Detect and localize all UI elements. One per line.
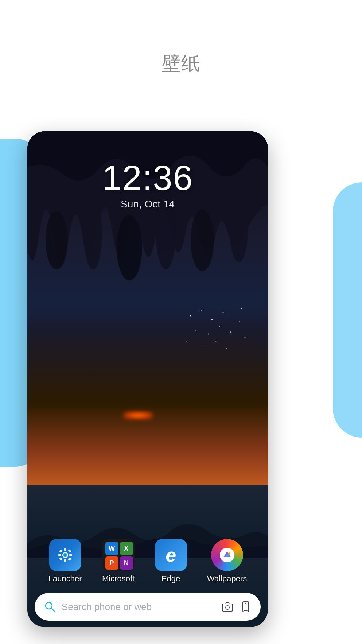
powerpoint-icon: P (105, 556, 118, 570)
svg-point-19 (215, 341, 216, 342)
svg-point-0 (46, 211, 67, 269)
svg-point-38 (226, 606, 229, 609)
svg-rect-28 (59, 549, 63, 553)
svg-point-10 (234, 323, 234, 323)
microsoft-app[interactable]: W X P N Microsoft (102, 539, 135, 583)
svg-rect-25 (64, 559, 66, 562)
excel-icon: X (120, 542, 133, 555)
stars-decoration (183, 305, 249, 357)
svg-point-17 (186, 341, 187, 342)
svg-line-36 (51, 608, 55, 612)
svg-point-20 (226, 348, 227, 349)
wallpapers-inner-circle (220, 548, 234, 562)
svg-point-16 (239, 321, 240, 322)
search-bar[interactable]: Search phone or web (35, 593, 261, 621)
edge-letter: e (166, 544, 176, 566)
svg-point-12 (195, 330, 196, 331)
wallpapers-app[interactable]: Wallpapers (207, 539, 247, 583)
svg-rect-31 (68, 557, 71, 561)
wallpapers-label: Wallpapers (207, 574, 247, 583)
search-icon (43, 600, 57, 613)
svg-point-7 (201, 310, 202, 311)
svg-rect-37 (222, 604, 233, 611)
microsoft-label: Microsoft (102, 574, 135, 583)
svg-point-6 (190, 315, 191, 317)
launcher-app[interactable]: Launcher (48, 539, 82, 583)
svg-rect-26 (58, 554, 61, 556)
microsoft-icon: W X P N (102, 539, 135, 571)
edge-app[interactable]: e Edge (155, 539, 187, 583)
svg-point-4 (191, 209, 214, 271)
svg-point-18 (205, 345, 206, 346)
svg-point-11 (241, 308, 242, 309)
svg-rect-30 (59, 557, 63, 561)
clock-date: Sun, Oct 14 (27, 198, 268, 210)
svg-point-34 (228, 552, 230, 555)
launcher-icon (49, 539, 81, 571)
search-actions (221, 601, 252, 613)
clock-area: 12:36 Sun, Oct 14 (27, 160, 268, 210)
horizon-glow (124, 412, 153, 419)
svg-point-23 (64, 554, 66, 556)
svg-rect-29 (68, 549, 71, 553)
word-icon: W (105, 542, 118, 555)
svg-rect-27 (69, 554, 72, 556)
svg-point-2 (117, 215, 142, 280)
svg-point-14 (219, 326, 220, 327)
onenote-icon: N (120, 556, 133, 570)
camera-icon[interactable] (221, 601, 234, 613)
app-row: Launcher W X P (27, 539, 268, 583)
svg-point-13 (208, 334, 209, 335)
clock-time: 12:36 (27, 160, 268, 195)
phone-wallpaper: 12:36 Sun, Oct 14 (27, 131, 268, 627)
scan-icon[interactable] (240, 601, 252, 613)
launcher-label: Launcher (48, 574, 82, 583)
svg-point-9 (223, 312, 224, 313)
svg-point-21 (245, 337, 246, 338)
svg-point-15 (230, 331, 231, 333)
phone-frame: 12:36 Sun, Oct 14 (27, 131, 268, 627)
page-title: 壁纸 (0, 51, 362, 77)
search-placeholder: Search phone or web (62, 601, 216, 613)
svg-point-41 (245, 603, 246, 604)
wallpapers-icon (211, 539, 243, 571)
svg-rect-24 (64, 548, 66, 551)
edge-icon: e (155, 539, 187, 571)
wave-decoration-right (333, 182, 362, 438)
svg-point-8 (211, 319, 213, 320)
edge-label: Edge (161, 574, 180, 583)
